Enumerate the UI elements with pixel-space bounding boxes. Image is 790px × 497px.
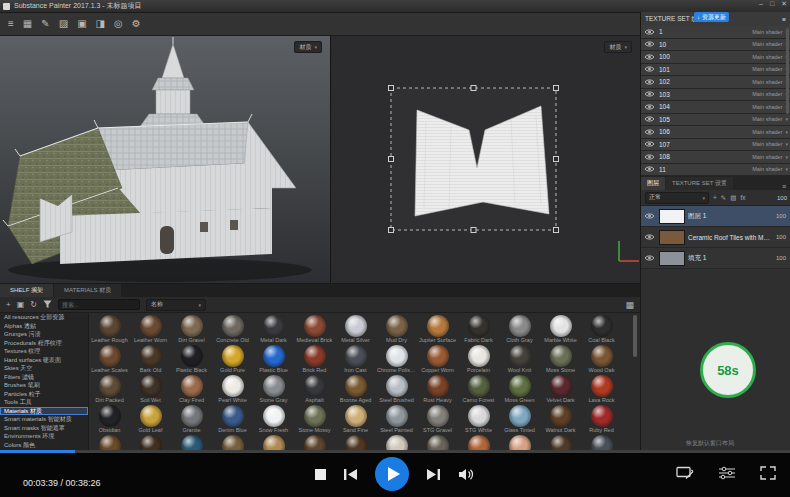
texture-set-row[interactable]: 104Main shader▾ <box>641 101 790 114</box>
layer-row[interactable]: Ceramic Roof Tiles with Moss100 <box>641 227 790 248</box>
material-item[interactable]: Medieval Brick <box>294 315 335 345</box>
material-item[interactable]: STG White <box>458 405 499 435</box>
material-item[interactable]: Skin Base <box>499 435 540 451</box>
fill-layer-icon[interactable]: ▨ <box>730 194 736 202</box>
shelf-category[interactable]: Textures 纹理 <box>0 347 88 356</box>
material-item[interactable]: Water Deep <box>171 435 212 451</box>
search-input[interactable] <box>58 299 140 310</box>
add-resource-icon[interactable]: + <box>6 301 11 309</box>
material-item[interactable]: Leather Worn <box>130 315 171 345</box>
smudge-tool-icon[interactable]: ◎ <box>114 19 123 29</box>
material-item[interactable]: Soil Wet <box>130 375 171 405</box>
material-item[interactable]: Iron Cast <box>335 345 376 375</box>
material-item[interactable]: Camo Forest <box>458 375 499 405</box>
visibility-eye-icon[interactable] <box>644 153 656 161</box>
material-item[interactable]: Moss Green <box>499 375 540 405</box>
material-item[interactable]: Mud Dry <box>376 315 417 345</box>
material-item[interactable]: Dirt Packed <box>89 375 130 405</box>
shelf-category[interactable]: Brushes 笔刷 <box>0 381 88 390</box>
shelf-category[interactable]: Procedurals 程序纹理 <box>0 339 88 348</box>
material-item[interactable]: Leather Scales <box>89 345 130 375</box>
shelf-category[interactable]: Skies 天空 <box>0 364 88 373</box>
material-item[interactable]: Marble White <box>540 315 581 345</box>
material-item[interactable]: Cloth Gray <box>499 315 540 345</box>
visibility-eye-icon[interactable] <box>644 103 656 111</box>
folder-icon[interactable]: ▣ <box>17 301 25 309</box>
material-item[interactable]: Rust Heavy <box>417 375 458 405</box>
material-item[interactable]: Wood Oak <box>581 345 622 375</box>
texture-set-row[interactable]: 1Main shader▾ <box>641 26 790 39</box>
blend-mode-dropdown[interactable]: 正常 ▾ <box>645 192 709 204</box>
material-item[interactable]: Metal Silver <box>335 315 376 345</box>
visibility-eye-icon[interactable] <box>644 65 656 73</box>
material-item[interactable]: Stone Gray <box>253 375 294 405</box>
material-item[interactable]: Bronze Aged <box>335 375 376 405</box>
previous-button[interactable] <box>343 468 358 481</box>
shelf-category[interactable]: Colors 颜色 <box>0 441 88 450</box>
material-item[interactable]: Steel Brushed <box>376 375 417 405</box>
paint-layer-icon[interactable]: ✎ <box>721 194 726 202</box>
material-item[interactable]: Asphalt <box>294 375 335 405</box>
visibility-eye-icon[interactable] <box>644 115 656 123</box>
material-item[interactable]: Wood Ply <box>253 435 294 451</box>
screen-annotate-icon[interactable] <box>676 466 694 480</box>
material-item[interactable]: Wool Knit <box>499 345 540 375</box>
material-item[interactable]: Copper New <box>458 435 499 451</box>
visibility-eye-icon[interactable] <box>644 90 656 98</box>
shader-select[interactable]: Main shader <box>752 66 782 72</box>
shader-select[interactable]: Main shader <box>752 141 782 147</box>
eraser-tool-icon[interactable]: ▨ <box>59 19 68 29</box>
shader-select[interactable]: Main shader <box>752 154 782 160</box>
material-item[interactable]: Gold Pure <box>212 345 253 375</box>
shader-select[interactable]: Main shader <box>752 41 782 47</box>
material-item[interactable]: Granite <box>171 405 212 435</box>
material-item[interactable]: Slate Blue <box>581 435 622 451</box>
material-item[interactable]: Ruby Red <box>581 405 622 435</box>
player-progress-track[interactable] <box>0 450 790 453</box>
filter-funnel-icon[interactable] <box>43 300 52 309</box>
visibility-eye-icon[interactable] <box>644 53 656 61</box>
viewport-2d[interactable]: 材质 ▾ <box>331 36 640 283</box>
shader-select[interactable]: Main shader <box>752 116 782 122</box>
refresh-icon[interactable]: ↻ <box>30 301 37 309</box>
layer-row[interactable]: 填充 1100 <box>641 248 790 269</box>
settings-sliders-icon[interactable] <box>718 466 736 480</box>
panel-menu-icon[interactable]: ≡ <box>777 183 790 190</box>
shelf-category[interactable]: Tools 工具 <box>0 398 88 407</box>
texture-set-row[interactable]: 10Main shader▾ <box>641 39 790 52</box>
visibility-eye-icon[interactable] <box>644 128 656 136</box>
material-item[interactable]: Wood Dark <box>130 435 171 451</box>
visibility-eye-icon[interactable] <box>644 78 656 86</box>
material-item[interactable]: STG Gravel <box>417 405 458 435</box>
add-layer-icon[interactable]: + <box>713 194 717 201</box>
material-item[interactable]: Bark Old <box>130 345 171 375</box>
texture-set-row[interactable]: 11Main shader▾ <box>641 164 790 177</box>
layout-hint-text[interactable]: 恢复默认窗口布局 <box>686 439 734 448</box>
material-item[interactable]: Obsidian <box>89 405 130 435</box>
material-item[interactable]: Denim Blue <box>212 405 253 435</box>
shader-select[interactable]: Main shader <box>752 79 782 85</box>
projection-tool-icon[interactable]: ▣ <box>77 19 86 29</box>
shader-select[interactable]: Main shader <box>752 166 782 172</box>
layer-opacity-field[interactable]: 100 <box>777 195 787 201</box>
visibility-eye-icon[interactable] <box>644 254 656 262</box>
shelf-category[interactable]: All resources 全部资源 <box>0 313 88 322</box>
material-item[interactable]: Weathered Gray <box>417 435 458 451</box>
material-item[interactable]: Lava Rock <box>581 375 622 405</box>
material-item[interactable]: Plastic Blue <box>253 345 294 375</box>
material-item[interactable]: Gold Leaf <box>130 405 171 435</box>
main-menu-icon[interactable]: ≡ <box>8 19 14 29</box>
shelf-category[interactable]: Grunges 污渍 <box>0 330 88 339</box>
texture-set-row[interactable]: 105Main shader▾ <box>641 114 790 127</box>
material-item[interactable]: Steel Painted <box>376 405 417 435</box>
texture-set-row[interactable]: 107Main shader▾ <box>641 139 790 152</box>
visibility-eye-icon[interactable] <box>644 165 656 173</box>
grid-view-icon[interactable]: ▦ <box>625 300 634 310</box>
material-item[interactable]: Stone Mossy <box>294 405 335 435</box>
texture-set-row[interactable]: 103Main shader▾ <box>641 89 790 102</box>
texture-set-row[interactable]: 102Main shader▾ <box>641 76 790 89</box>
material-item[interactable]: Chrome Polished <box>376 345 417 375</box>
shelf-category[interactable]: Smart masks 智能遮罩 <box>0 424 88 433</box>
shelf-category[interactable]: Filters 滤镜 <box>0 373 88 382</box>
tab-texture-set-settings[interactable]: TEXTURE SET 设置 <box>666 177 733 190</box>
